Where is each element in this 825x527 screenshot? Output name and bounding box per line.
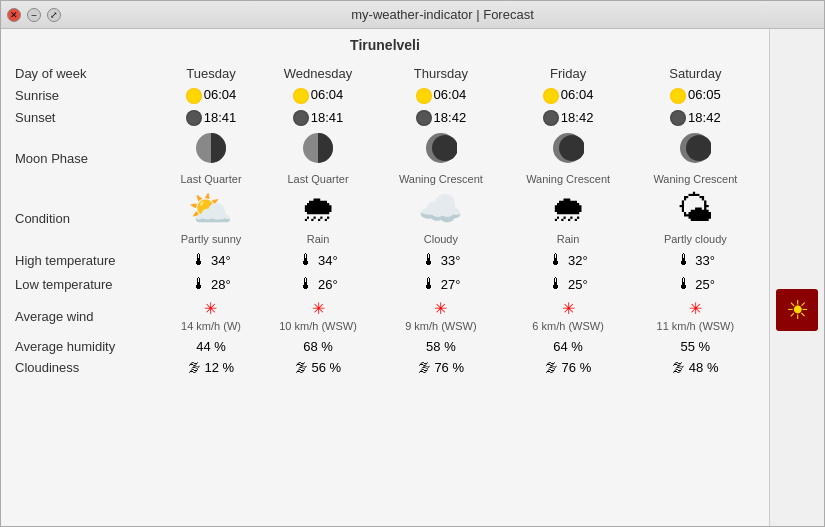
wind-2: ✳ 9 km/h (WSW): [377, 296, 504, 336]
sunset-icon-0: [186, 110, 202, 126]
cond-icon-2: ☁️: [377, 188, 504, 230]
low-4: 🌡 25°: [632, 272, 759, 296]
sunset-icon-2: [416, 110, 432, 126]
moon-img-1: [259, 129, 377, 170]
low-temp-row: Low temperature 🌡 28° 🌡 26° 🌡 27° 🌡 25° …: [11, 272, 759, 296]
sunrise-1: 06:04: [259, 84, 377, 107]
low-temp-label: Low temperature: [11, 272, 163, 296]
cloud-3: 🌫 76 %: [505, 357, 632, 378]
wind-row: Average wind ✳ 14 km/h (W) ✳ 10 km/h (WS…: [11, 296, 759, 336]
wind-1: ✳ 10 km/h (WSW): [259, 296, 377, 336]
minimize-button[interactable]: –: [27, 8, 41, 22]
sunset-icon-4: [670, 110, 686, 126]
moon-svg-2: [425, 132, 457, 164]
condition-label: Condition: [11, 188, 163, 248]
maximize-button[interactable]: ⤢: [47, 8, 61, 22]
titlebar: ✕ – ⤢ my-weather-indicator | Forecast: [1, 1, 824, 29]
wind-label: Average wind: [11, 296, 163, 336]
humidity-row: Average humidity 44 % 68 % 58 % 64 % 55 …: [11, 336, 759, 357]
sunrise-icon-3: [543, 88, 559, 104]
low-3: 🌡 25°: [505, 272, 632, 296]
sunrise-icon-4: [670, 88, 686, 104]
moon-phase-label-1: Last Quarter: [259, 170, 377, 188]
high-3: 🌡 32°: [505, 248, 632, 272]
sunset-3: 18:42: [505, 107, 632, 130]
humidity-label: Average humidity: [11, 336, 163, 357]
humidity-4: 55 %: [632, 336, 759, 357]
low-0: 🌡 28°: [163, 272, 259, 296]
sunset-4: 18:42: [632, 107, 759, 130]
cond-label-2: Cloudy: [377, 230, 504, 248]
moon-svg-0: [195, 132, 227, 164]
sunrise-icon-1: [293, 88, 309, 104]
forecast-area: Tirunelveli Day of week Tuesday Wednesda…: [1, 29, 769, 526]
wind-3: ✳ 6 km/h (WSW): [505, 296, 632, 336]
high-temp-row: High temperature 🌡 34° 🌡 34° 🌡 33° 🌡 32°…: [11, 248, 759, 272]
high-2: 🌡 33°: [377, 248, 504, 272]
cond-label-0: Partly sunny: [163, 230, 259, 248]
sunset-label: Sunset: [11, 107, 163, 130]
wind-4: ✳ 11 km/h (WSW): [632, 296, 759, 336]
cond-icon-3: 🌧: [505, 188, 632, 230]
cond-icon-1: 🌧: [259, 188, 377, 230]
day-2: Thursday: [377, 63, 504, 84]
humidity-2: 58 %: [377, 336, 504, 357]
main-window: ✕ – ⤢ my-weather-indicator | Forecast Ti…: [0, 0, 825, 527]
humidity-3: 64 %: [505, 336, 632, 357]
sunset-icon-1: [293, 110, 309, 126]
day-4: Saturday: [632, 63, 759, 84]
cloud-0: 🌫 12 %: [163, 357, 259, 378]
cloud-1: 🌫 56 %: [259, 357, 377, 378]
high-0: 🌡 34°: [163, 248, 259, 272]
sunrise-3: 06:04: [505, 84, 632, 107]
cond-label-3: Rain: [505, 230, 632, 248]
day-1: Wednesday: [259, 63, 377, 84]
sunset-2: 18:42: [377, 107, 504, 130]
cond-label-4: Partly cloudy: [632, 230, 759, 248]
day-of-week-row: Day of week Tuesday Wednesday Thursday F…: [11, 63, 759, 84]
cloudiness-label: Cloudiness: [11, 357, 163, 378]
cond-icon-0: ⛅: [163, 188, 259, 230]
day-0: Tuesday: [163, 63, 259, 84]
moon-img-2: [377, 129, 504, 170]
moon-img-4: [632, 129, 759, 170]
moon-svg-1: [302, 132, 334, 164]
sunrise-4: 06:05: [632, 84, 759, 107]
low-2: 🌡 27°: [377, 272, 504, 296]
location-title: Tirunelveli: [11, 37, 759, 53]
moon-phase-label-0: Last Quarter: [163, 170, 259, 188]
low-1: 🌡 26°: [259, 272, 377, 296]
svg-point-7: [559, 135, 584, 161]
sunrise-2: 06:04: [377, 84, 504, 107]
sunrise-label: Sunrise: [11, 84, 163, 107]
high-1: 🌡 34°: [259, 248, 377, 272]
svg-point-9: [686, 135, 711, 161]
day-3: Friday: [505, 63, 632, 84]
sidebar: ☀: [769, 29, 824, 526]
sunrise-icon-0: [186, 88, 202, 104]
sidebar-weather-icon[interactable]: ☀: [776, 289, 818, 331]
humidity-0: 44 %: [163, 336, 259, 357]
moon-svg-3: [552, 132, 584, 164]
cond-label-1: Rain: [259, 230, 377, 248]
cloud-4: 🌫 48 %: [632, 357, 759, 378]
forecast-table: Day of week Tuesday Wednesday Thursday F…: [11, 63, 759, 378]
sunrise-icon-2: [416, 88, 432, 104]
sunset-icon-3: [543, 110, 559, 126]
moon-label: Moon Phase: [11, 129, 163, 188]
moon-phase-row: Moon Phase: [11, 129, 759, 170]
svg-point-5: [432, 135, 457, 161]
sunrise-0: 06:04: [163, 84, 259, 107]
high-4: 🌡 33°: [632, 248, 759, 272]
condition-icon-row: Condition ⛅ 🌧 ☁️ 🌧 🌤: [11, 188, 759, 230]
dow-label: Day of week: [11, 63, 163, 84]
sunrise-row: Sunrise 06:04 06:04 06:04 06:04 06:05: [11, 84, 759, 107]
moon-img-0: [163, 129, 259, 170]
close-button[interactable]: ✕: [7, 8, 21, 22]
window-title: my-weather-indicator | Forecast: [67, 7, 818, 22]
moon-phase-label-3: Waning Crescent: [505, 170, 632, 188]
cloudiness-row: Cloudiness 🌫 12 % 🌫 56 % 🌫 76 % 🌫 76 % 🌫…: [11, 357, 759, 378]
moon-phase-label-4: Waning Crescent: [632, 170, 759, 188]
moon-img-3: [505, 129, 632, 170]
moon-phase-label-2: Waning Crescent: [377, 170, 504, 188]
